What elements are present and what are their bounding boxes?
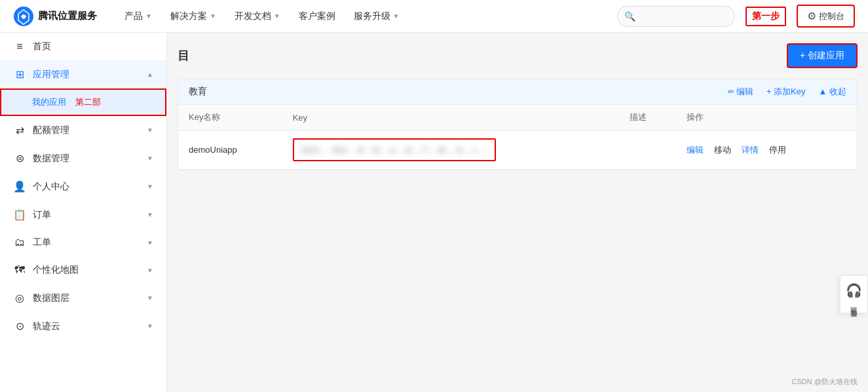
app-table-body: demoUniapp ULk... bxi...4...b...s...d...… xyxy=(178,130,857,170)
data-layer-icon: ◎ xyxy=(13,292,26,304)
orders-icon: 📋 xyxy=(13,208,26,221)
headset-icon: 🎧 xyxy=(846,283,862,298)
sidebar-item-tickets[interactable]: 🗂 工单 ▼ xyxy=(0,229,166,256)
nav-arrow-upgrade: ▼ xyxy=(393,12,400,20)
nav-label-solution: 解决方案 xyxy=(170,10,207,22)
profile-icon: 👤 xyxy=(13,180,26,193)
custom-map-icon: 🗺 xyxy=(13,264,26,276)
collapse-label: ▲ 收起 xyxy=(819,86,846,98)
sidebar-label-my-apps: 我的应用 xyxy=(32,96,66,108)
sidebar-item-data[interactable]: ⊜ 数据管理 ▼ xyxy=(0,144,166,172)
app-section: 教育 ✏ 编辑 + 添加Key ▲ 收起 xyxy=(178,79,858,170)
cell-key: ULk... bxi...4...b...s...d...7...m...4..… xyxy=(282,130,619,170)
float-contact[interactable]: 🎧 联系客服 xyxy=(840,275,868,313)
nav-item-upgrade[interactable]: 服务升级 ▼ xyxy=(346,0,407,33)
add-key-label: + 添加Key xyxy=(766,86,806,98)
nav-right: 第一步 ⚙ 控制台 xyxy=(745,5,855,28)
row-edit-button[interactable]: 编辑 xyxy=(687,144,704,156)
row-detail-button[interactable]: 详情 xyxy=(742,144,759,156)
sidebar-item-track-cloud[interactable]: ⊙ 轨迹云 ▼ xyxy=(0,312,166,340)
sidebar-item-home[interactable]: ≡ 首页 xyxy=(0,33,166,60)
sidebar-sub-app: 我的应用 第二部 xyxy=(0,88,166,116)
sidebar-label-orders: 订单 xyxy=(33,209,140,221)
home-icon: ≡ xyxy=(13,41,26,52)
sidebar-item-profile[interactable]: 👤 个人中心 ▼ xyxy=(0,172,166,201)
col-key-name: Key名称 xyxy=(178,105,282,130)
sidebar-label-profile: 个人中心 xyxy=(33,181,140,193)
app-section-actions: ✏ 编辑 + 添加Key ▲ 收起 xyxy=(728,86,846,98)
app-section-header: 教育 ✏ 编辑 + 添加Key ▲ 收起 xyxy=(178,79,857,105)
app-mgmt-arrow: ▲ xyxy=(147,71,153,78)
sidebar-item-orders[interactable]: 📋 订单 ▼ xyxy=(0,201,166,229)
cell-desc xyxy=(619,130,676,170)
search-box[interactable]: 🔍 xyxy=(617,6,735,27)
sidebar-label-app-mgmt: 应用管理 xyxy=(33,69,140,81)
tickets-icon: 🗂 xyxy=(13,237,26,248)
col-desc: 描述 xyxy=(619,105,676,130)
page-title: 目 xyxy=(178,48,189,64)
console-label: 控制台 xyxy=(819,10,844,22)
nav-arrow-devdoc: ▼ xyxy=(274,12,280,20)
page-layout: ≡ 首页 ⊞ 应用管理 ▲ 我的应用 第二部 ⇄ 配额管理 ▼ ⊜ 数据管理 ▼ xyxy=(0,33,868,392)
collapse-button[interactable]: ▲ 收起 xyxy=(819,86,846,98)
row-disable-button[interactable]: 停用 xyxy=(769,144,786,156)
table-row: demoUniapp ULk... bxi...4...b...s...d...… xyxy=(178,130,857,170)
sidebar-item-app-mgmt[interactable]: ⊞ 应用管理 ▲ xyxy=(0,60,166,88)
sidebar-item-my-apps[interactable]: 我的应用 第二部 xyxy=(0,88,166,116)
edit-section-button[interactable]: ✏ 编辑 xyxy=(728,86,753,98)
track-cloud-icon: ⊙ xyxy=(13,320,26,332)
nav-arrow-product: ▼ xyxy=(145,12,152,20)
search-input[interactable] xyxy=(639,11,728,21)
step-one-button[interactable]: 第一步 xyxy=(745,7,786,26)
nav-item-product[interactable]: 产品 ▼ xyxy=(117,0,160,33)
track-cloud-arrow: ▼ xyxy=(147,323,153,330)
sidebar-label-custom-map: 个性化地图 xyxy=(33,264,140,276)
nav-item-cases[interactable]: 客户案例 xyxy=(291,0,343,33)
key-value: ULk... bxi...4...b...s...d...7...m...4..… xyxy=(302,146,487,155)
main-content: 目 + 创建应用 教育 ✏ 编辑 + 添加Key ▲ 收起 xyxy=(167,33,868,392)
tickets-arrow: ▼ xyxy=(147,239,153,246)
sidebar-label-data-layer: 数据图层 xyxy=(33,292,140,304)
page-title-area: 目 xyxy=(178,48,189,64)
nav-label-upgrade: 服务升级 xyxy=(354,10,390,22)
nav-label-cases: 客户案例 xyxy=(299,10,335,22)
nav-item-solution[interactable]: 解决方案 ▼ xyxy=(162,0,224,33)
page-header: 目 + 创建应用 xyxy=(178,43,858,68)
console-button[interactable]: ⚙ 控制台 xyxy=(797,5,855,28)
cell-actions: 编辑 移动 详情 停用 xyxy=(676,130,857,170)
table-header-row: Key名称 Key 描述 操作 xyxy=(178,105,857,130)
edit-label: 编辑 xyxy=(736,86,753,98)
add-key-button[interactable]: + 添加Key xyxy=(766,86,806,98)
nav-label-devdoc: 开发文档 xyxy=(235,10,271,22)
nav-item-devdoc[interactable]: 开发文档 ▼ xyxy=(227,0,288,33)
app-section-name: 教育 xyxy=(189,86,207,98)
sidebar-label-home: 首页 xyxy=(33,41,153,52)
key-cell: ULk... bxi...4...b...s...d...7...m...4..… xyxy=(293,138,497,161)
sidebar-label-tickets: 工单 xyxy=(33,237,140,248)
sidebar-label-data: 数据管理 xyxy=(33,153,140,165)
logo-text: 腾讯位置服务 xyxy=(38,10,97,22)
sidebar: ≡ 首页 ⊞ 应用管理 ▲ 我的应用 第二部 ⇄ 配额管理 ▼ ⊜ 数据管理 ▼ xyxy=(0,33,167,392)
sidebar-item-quota[interactable]: ⇄ 配额管理 ▼ xyxy=(0,116,166,144)
row-actions: 编辑 移动 详情 停用 xyxy=(687,144,846,156)
create-app-button[interactable]: + 创建应用 xyxy=(787,43,858,68)
logo-icon xyxy=(13,6,34,27)
sidebar-item-data-layer[interactable]: ◎ 数据图层 ▼ xyxy=(0,284,166,312)
row-move-button[interactable]: 移动 xyxy=(714,144,731,156)
top-navigation: 腾讯位置服务 产品 ▼ 解决方案 ▼ 开发文档 ▼ 客户案例 服务升级 ▼ 🔍 … xyxy=(0,0,868,33)
app-mgmt-icon: ⊞ xyxy=(13,68,26,81)
edit-icon: ✏ xyxy=(728,87,734,96)
logo-area[interactable]: 腾讯位置服务 xyxy=(13,6,97,27)
data-arrow: ▼ xyxy=(147,155,153,162)
second-part-label: 第二部 xyxy=(75,96,101,108)
nav-label-product: 产品 xyxy=(124,10,143,22)
footer-note: CSDN @防火墙在线 xyxy=(792,377,858,387)
nav-arrow-solution: ▼ xyxy=(210,12,216,20)
search-icon: 🔍 xyxy=(624,11,635,22)
orders-arrow: ▼ xyxy=(147,211,153,218)
sidebar-item-custom-map[interactable]: 🗺 个性化地图 ▼ xyxy=(0,256,166,284)
sidebar-label-quota: 配额管理 xyxy=(33,125,140,136)
col-actions: 操作 xyxy=(676,105,857,130)
quota-arrow: ▼ xyxy=(147,127,153,134)
data-layer-arrow: ▼ xyxy=(147,294,153,302)
